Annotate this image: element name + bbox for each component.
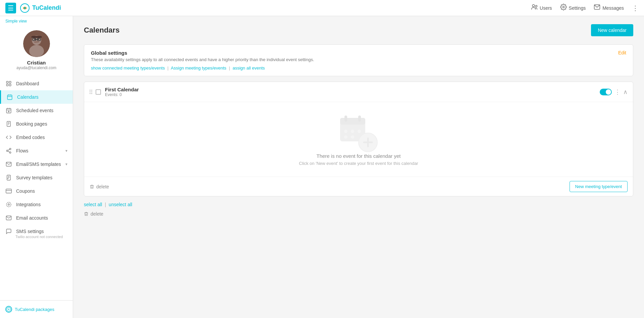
calendar-toggle[interactable] <box>600 89 612 95</box>
sidebar-item-embed-label: Embed codes <box>16 135 45 140</box>
svg-point-3 <box>535 5 537 7</box>
link-separator-1: | <box>167 65 168 71</box>
calendars-icon <box>6 94 13 100</box>
templates-icon <box>5 161 12 168</box>
svg-rect-50 <box>358 116 361 122</box>
global-settings-edit-link[interactable]: Edit <box>618 50 626 55</box>
sidebar-item-embed-codes[interactable]: Embed codes <box>0 131 73 144</box>
calendar-empty-icon <box>338 113 379 153</box>
sidebar-item-scheduled-events[interactable]: Scheduled events <box>0 104 73 117</box>
simple-view-link[interactable]: Simple view <box>0 16 73 25</box>
sidebar-item-email-sms-label: Email/SMS templates <box>16 162 61 167</box>
user-name: Cristian <box>27 60 46 65</box>
calendar-card-header: First Calendar Events: 0 ⋮ ∧ <box>84 82 633 102</box>
global-settings-info: Global settings These availability setti… <box>91 50 314 62</box>
sidebar-item-scheduled-label: Scheduled events <box>16 108 53 113</box>
hamburger-menu[interactable]: ☰ <box>5 3 16 13</box>
svg-point-55 <box>351 135 354 139</box>
svg-point-34 <box>6 150 8 152</box>
sms-subtitle: Twilio account not connected <box>5 235 63 239</box>
svg-point-51 <box>344 130 347 133</box>
global-settings-title: Global settings <box>91 50 314 56</box>
settings-icon <box>560 4 567 12</box>
bottom-delete-link[interactable]: delete <box>84 211 633 217</box>
sidebar-item-coupons-label: Coupons <box>16 188 35 194</box>
embed-icon <box>5 134 12 141</box>
trash-icon <box>90 184 94 189</box>
settings-label: Settings <box>569 5 586 11</box>
sidebar-item-flows[interactable]: Flows ▾ <box>0 144 73 157</box>
select-separator: | <box>105 202 106 207</box>
sidebar-item-email-sms[interactable]: Email/SMS templates ▾ <box>0 157 73 171</box>
sidebar-item-dashboard[interactable]: Dashboard <box>0 77 73 90</box>
sidebar-item-integrations[interactable]: Integrations <box>0 198 73 211</box>
sidebar-item-survey-label: Survey templates <box>16 175 52 180</box>
sidebar-item-survey-templates[interactable]: Survey templates <box>0 171 73 184</box>
tucalendi-logo-icon <box>20 3 30 13</box>
page-title: Calendars <box>84 26 119 35</box>
settings-action[interactable]: Settings <box>560 4 586 12</box>
calendar-delete-link[interactable]: delete <box>90 184 109 189</box>
sidebar-item-dashboard-label: Dashboard <box>16 81 39 86</box>
calendar-collapse-icon[interactable]: ∧ <box>623 88 628 96</box>
packages-link[interactable]: TuCalendi packages <box>5 306 67 313</box>
top-header: ☰ TuCalendi Users <box>0 0 644 16</box>
sidebar-footer: TuCalendi packages <box>0 300 73 318</box>
users-label: Users <box>540 5 552 11</box>
avatar-image <box>23 30 50 57</box>
assign-all-link[interactable]: assign all events <box>232 65 265 71</box>
calendar-empty-body: There is no event for this calendar yet … <box>84 102 633 177</box>
unselect-all-link[interactable]: unselect all <box>109 202 132 207</box>
messages-action[interactable]: Messages <box>594 4 624 12</box>
survey-icon <box>5 174 12 181</box>
link-separator-2: | <box>229 65 230 71</box>
sidebar-item-email-accounts-label: Email accounts <box>16 215 48 221</box>
calendar-card-footer: delete New meeting type/event <box>84 177 633 196</box>
users-icon <box>531 4 538 12</box>
sidebar-item-coupons[interactable]: Coupons <box>0 184 73 198</box>
svg-rect-12 <box>31 36 42 38</box>
svg-line-36 <box>8 151 9 152</box>
svg-rect-38 <box>7 175 11 180</box>
svg-point-44 <box>8 204 10 206</box>
svg-rect-16 <box>6 81 8 83</box>
user-profile: Cristian ayuda@tucalendi.com <box>0 25 73 74</box>
sidebar-item-calendars[interactable]: Calendars <box>0 90 73 104</box>
svg-point-2 <box>532 5 535 7</box>
svg-rect-42 <box>6 189 12 193</box>
users-action[interactable]: Users <box>531 4 552 12</box>
sidebar-item-email-accounts[interactable]: Email accounts <box>0 211 73 225</box>
more-options-icon[interactable]: ⋮ <box>632 4 639 12</box>
packages-label: TuCalendi packages <box>15 307 54 312</box>
packages-icon <box>5 306 12 313</box>
email-icon <box>5 215 12 221</box>
new-meeting-event-button[interactable]: New meeting type/event <box>570 181 628 192</box>
global-settings-card: Global settings These availability setti… <box>84 44 633 76</box>
sidebar-item-sms-settings[interactable]: SMS settings Twilio account not connecte… <box>0 225 73 242</box>
calendar-card-first: First Calendar Events: 0 ⋮ ∧ <box>84 82 633 196</box>
global-settings-description: These availability settings apply to all… <box>91 57 314 62</box>
calendar-more-menu-icon[interactable]: ⋮ <box>614 88 621 96</box>
show-connected-link[interactable]: show connected meeting types/events <box>91 65 165 71</box>
assign-meeting-link[interactable]: Assign meeting types/events <box>171 65 226 71</box>
new-calendar-button[interactable]: New calendar <box>591 24 633 36</box>
svg-line-37 <box>8 149 9 150</box>
select-all-link[interactable]: select all <box>84 202 102 207</box>
svg-point-1 <box>24 7 26 9</box>
svg-point-9 <box>34 39 36 40</box>
calendar-events-count: Events: 0 <box>105 92 600 97</box>
sidebar-item-booking-pages[interactable]: Booking pages <box>0 117 73 131</box>
flows-chevron-icon: ▾ <box>65 148 67 153</box>
svg-point-53 <box>358 130 361 133</box>
calendar-header-actions: ⋮ ∧ <box>600 88 628 96</box>
drag-handle[interactable] <box>90 90 92 94</box>
page-header: Calendars New calendar <box>84 24 633 36</box>
avatar <box>23 30 50 57</box>
svg-point-41 <box>8 178 8 179</box>
logo-text: TuCalendi <box>32 4 61 11</box>
dashboard-icon <box>5 80 12 87</box>
integrations-icon <box>5 201 12 208</box>
calendar-checkbox[interactable] <box>96 89 101 95</box>
svg-rect-20 <box>7 95 12 100</box>
calendar-info: First Calendar Events: 0 <box>105 87 600 97</box>
